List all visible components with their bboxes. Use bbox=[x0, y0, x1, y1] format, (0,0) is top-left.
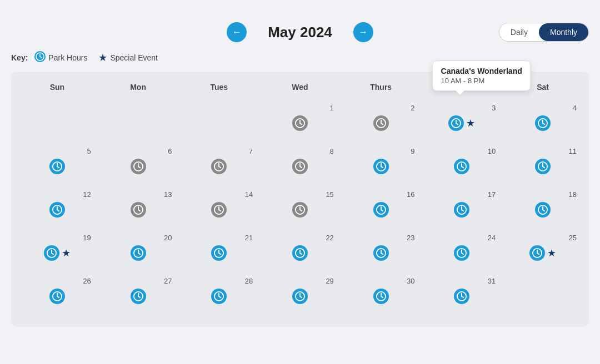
svg-line-24 bbox=[219, 166, 221, 168]
svg-line-48 bbox=[300, 210, 302, 211]
daily-view-button[interactable]: Daily bbox=[499, 23, 539, 41]
calendar-date-number: 19 bbox=[83, 234, 93, 242]
calendar-day-cell[interactable]: 13 bbox=[98, 186, 179, 229]
cell-icons bbox=[535, 159, 551, 174]
calendar-day-cell[interactable]: 16 bbox=[341, 186, 422, 229]
clock-gray-icon bbox=[211, 159, 227, 174]
calendar-day-cell[interactable]: 30 bbox=[341, 272, 422, 316]
cell-icons bbox=[131, 245, 146, 261]
cell-icons bbox=[49, 159, 65, 174]
calendar-day-cell[interactable]: 1 bbox=[259, 99, 341, 143]
svg-line-81 bbox=[57, 296, 59, 297]
svg-line-96 bbox=[462, 296, 463, 297]
special-event-star-icon: ★ bbox=[466, 117, 475, 129]
calendar-date-number: 13 bbox=[164, 190, 174, 199]
calendar-empty-cell bbox=[98, 99, 179, 143]
calendar-date-number: 10 bbox=[488, 147, 498, 155]
svg-line-93 bbox=[381, 296, 383, 297]
calendar-date-number: 6 bbox=[168, 147, 174, 155]
clock-blue-icon bbox=[373, 245, 389, 261]
calendar-day-cell[interactable]: 3Canada's Wonderland10 AM - 8 PM ★ bbox=[422, 99, 503, 143]
calendar-day-cell[interactable]: 5 bbox=[17, 143, 98, 186]
cell-icons bbox=[211, 159, 227, 174]
calendar-day-cell[interactable]: 27 bbox=[98, 272, 179, 316]
calendar-day-cell[interactable]: 17 bbox=[422, 186, 503, 229]
special-event-legend: ★ Special Event bbox=[98, 52, 158, 64]
svg-line-57 bbox=[543, 210, 544, 211]
clock-blue-icon bbox=[131, 245, 146, 261]
cell-icons bbox=[373, 245, 389, 261]
calendar-day-cell[interactable]: 24 bbox=[422, 229, 503, 272]
clock-blue-icon bbox=[454, 159, 469, 174]
prev-month-button[interactable]: ← bbox=[227, 22, 247, 42]
svg-line-69 bbox=[300, 253, 302, 254]
cell-icons bbox=[292, 202, 308, 218]
clock-blue-icon bbox=[373, 202, 389, 218]
svg-line-33 bbox=[462, 166, 463, 168]
calendar-day-cell[interactable]: 2 bbox=[341, 99, 422, 143]
calendar-day-cell[interactable]: 19 ★ bbox=[17, 229, 98, 272]
clock-blue-icon bbox=[44, 245, 59, 261]
calendar-day-cell[interactable]: 28 bbox=[178, 272, 259, 316]
calendar-day-cell[interactable]: 4 bbox=[502, 99, 583, 143]
svg-line-45 bbox=[219, 210, 221, 211]
monthly-view-button[interactable]: Monthly bbox=[539, 23, 588, 41]
clock-blue-icon bbox=[535, 159, 551, 174]
calendar-day-cell[interactable]: 20 bbox=[98, 229, 179, 272]
cell-icons bbox=[292, 289, 308, 304]
calendar-day-cell[interactable]: 14 bbox=[178, 186, 259, 229]
calendar-day-cell[interactable]: 8 bbox=[259, 143, 341, 186]
clock-blue-icon bbox=[131, 289, 146, 304]
cell-icons bbox=[292, 115, 308, 131]
svg-line-54 bbox=[462, 210, 463, 211]
svg-line-87 bbox=[219, 296, 221, 297]
calendar-date-number: 28 bbox=[245, 277, 255, 285]
calendar-day-cell[interactable]: 9 bbox=[341, 143, 422, 186]
calendar-day-cell[interactable]: 31 bbox=[422, 272, 503, 316]
calendar-header: ← May 2024 → Daily Monthly bbox=[11, 22, 589, 42]
calendar-date-number: 14 bbox=[245, 190, 255, 199]
calendar-day-cell[interactable]: 6 bbox=[98, 143, 179, 186]
clock-blue-icon bbox=[529, 245, 545, 261]
svg-line-12 bbox=[456, 123, 458, 124]
clock-gray-icon bbox=[292, 159, 308, 174]
cell-icons bbox=[49, 202, 65, 218]
svg-line-18 bbox=[57, 166, 59, 168]
calendar-date-number: 7 bbox=[249, 147, 255, 155]
svg-line-72 bbox=[381, 253, 383, 254]
calendar-day-cell[interactable]: 15 bbox=[259, 186, 341, 229]
day-header-sun: Sun bbox=[17, 78, 98, 96]
calendar-day-cell[interactable]: 22 bbox=[259, 229, 341, 272]
calendar-day-cell[interactable]: 18 bbox=[502, 186, 583, 229]
calendar-days-header: Sun Mon Tues Wed Thurs Fri Sat bbox=[11, 72, 589, 99]
calendar-day-cell[interactable]: 12 bbox=[17, 186, 98, 229]
cell-icons: ★ bbox=[44, 245, 71, 261]
calendar-day-cell[interactable]: 29 bbox=[259, 272, 341, 316]
calendar-day-cell[interactable]: 26 bbox=[17, 272, 98, 316]
calendar-day-cell[interactable]: 11 bbox=[502, 143, 583, 186]
special-event-star-icon: ★ bbox=[547, 247, 556, 259]
next-month-button[interactable]: → bbox=[353, 22, 373, 42]
calendar-day-cell[interactable]: 7 bbox=[178, 143, 259, 186]
clock-blue-icon bbox=[454, 202, 469, 218]
cell-icons bbox=[535, 115, 551, 131]
clock-blue-icon bbox=[49, 289, 65, 304]
day-header-sat: Sat bbox=[502, 78, 583, 96]
clock-gray-icon bbox=[131, 202, 146, 218]
svg-line-15 bbox=[543, 123, 544, 124]
svg-line-39 bbox=[57, 210, 59, 211]
calendar-day-cell[interactable]: 23 bbox=[341, 229, 422, 272]
calendar-date-number: 18 bbox=[569, 190, 579, 199]
calendar-date-number: 11 bbox=[569, 147, 579, 155]
calendar-date-number: 31 bbox=[488, 277, 498, 285]
calendar-date-number: 3 bbox=[492, 104, 498, 112]
cell-icons: ★ bbox=[529, 245, 556, 261]
calendar-day-cell[interactable]: 25 ★ bbox=[502, 229, 583, 272]
cell-icons bbox=[373, 115, 389, 131]
svg-line-21 bbox=[138, 166, 140, 168]
calendar-day-cell[interactable]: 21 bbox=[178, 229, 259, 272]
day-header-mon: Mon bbox=[98, 78, 179, 96]
special-event-star-icon: ★ bbox=[98, 52, 107, 64]
clock-blue-icon bbox=[49, 159, 65, 174]
calendar-day-cell[interactable]: 10 bbox=[422, 143, 503, 186]
